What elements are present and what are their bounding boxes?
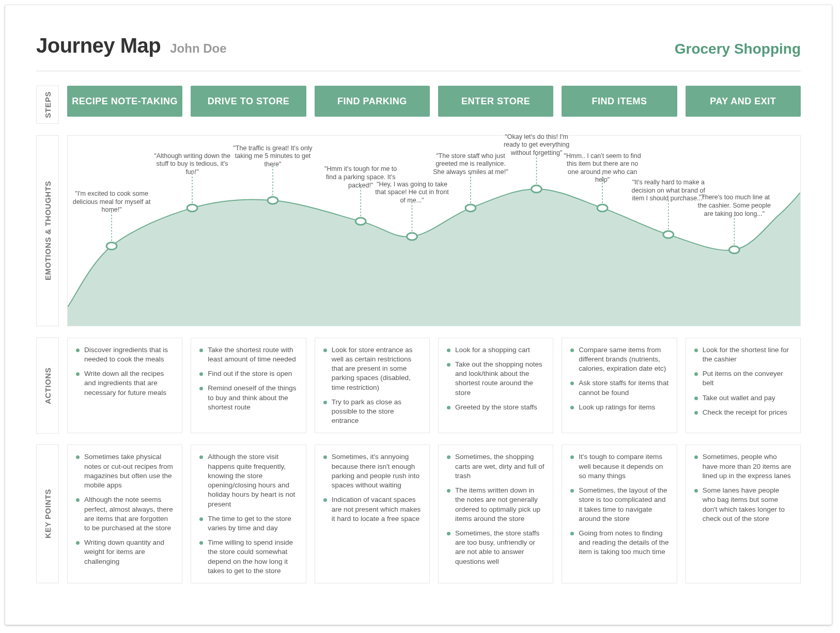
emotion-quote: "The traffic is great! It's only taking … (233, 145, 313, 169)
actions-cell: Look for store entrance as well as certa… (315, 338, 430, 434)
actions-item: Put items on the conveyer belt (694, 369, 793, 388)
actions-item: Remind oneself of the things to buy and … (199, 384, 298, 412)
actions-item: Take the shortest route with least amoun… (199, 345, 298, 364)
steps-row: STEPS RECIPE NOTE-TAKINGDRIVE TO STOREFI… (36, 86, 801, 124)
step-pill: FIND ITEMS (562, 86, 677, 117)
emotion-point (187, 204, 197, 212)
keypoints-item: Sometimes, the shopping carts are wet, d… (447, 452, 546, 481)
page-title: Journey Map (36, 34, 161, 57)
row-label-steps: STEPS (36, 86, 59, 124)
actions-cell: Discover ingredients that is needed to c… (67, 338, 182, 434)
context-label: Grocery Shopping (675, 41, 801, 57)
actions-item: Check the receipt for prices (694, 408, 793, 417)
step-pill: DRIVE TO STORE (191, 86, 306, 117)
persona-name: John Doe (170, 41, 226, 56)
emotion-point (532, 185, 542, 193)
actions-item: Compare same items from different brands… (570, 345, 669, 374)
actions-cell: Look for the shortest line for the cashi… (686, 338, 801, 434)
keypoints-item: Going from notes to finding and reading … (570, 529, 669, 557)
step-pill: FIND PARKING (315, 86, 430, 117)
keypoints-item: Writing down quantity and weight for ite… (76, 538, 175, 566)
actions-item: Look for store entrance as well as certa… (323, 345, 422, 392)
actions-item: Take out wallet and pay (694, 393, 793, 403)
keypoints-item: The time to get to the store varies by t… (199, 514, 298, 533)
keypoints-item: Sometimes, people who have more than 20 … (694, 452, 793, 481)
step-pill: RECIPE NOTE-TAKING (67, 86, 182, 117)
actions-item: Discover ingredients that is needed to c… (76, 345, 175, 364)
actions-item: Look up ratings for items (570, 403, 669, 412)
emotion-point (268, 197, 278, 204)
emotion-quote: "There's too much line at the cashier. S… (694, 194, 774, 218)
actions-item: Find out if the store is open (199, 369, 298, 378)
keypoints-item: Although the note seems perfect, almost … (76, 495, 175, 533)
keypoints-item: Some lanes have people who bag items but… (694, 486, 793, 524)
actions-row: ACTIONS Discover ingredients that is nee… (36, 338, 801, 434)
emotions-chart: "I'm excited to cook some delicious meal… (67, 135, 801, 326)
row-label-emotions: EMOTIONS & THOUGHTS (36, 135, 59, 326)
row-label-keypoints: KEY POINTS (36, 445, 59, 583)
keypoints-item: It's tough to compare items well because… (570, 452, 669, 481)
keypoints-item: Indication of vacant spaces are not pres… (323, 495, 422, 524)
emotions-row: EMOTIONS & THOUGHTS "I'm excited to cook… (36, 135, 801, 326)
step-pill: PAY AND EXIT (686, 86, 801, 117)
emotion-point (663, 231, 674, 238)
keypoints-item: Sometimes take physical notes or cut-out… (76, 452, 175, 490)
actions-item: Write down all the recipes and ingredien… (76, 369, 175, 398)
keypoints-item: Sometimes, the store staffs are too busy… (447, 529, 546, 566)
keypoints-item: The items written down in the notes are … (447, 486, 546, 524)
actions-cell: Compare same items from different brands… (562, 338, 677, 434)
emotion-quote: "Hey, I was going to take that space! He… (372, 181, 452, 205)
actions-item: Take out the shopping notes and look/thi… (447, 360, 546, 398)
keypoints-item: Sometimes, it's annyoing because there i… (323, 452, 422, 490)
actions-item: Look for a shopping cart (447, 345, 546, 355)
emotion-quote: "Although writing down the stuff to buy … (152, 152, 232, 177)
keypoints-item: Time willing to spend inside the store c… (199, 538, 298, 576)
row-label-actions: ACTIONS (36, 338, 59, 434)
keypoints-cell: Sometimes, the shopping carts are wet, d… (438, 445, 553, 583)
emotions-area (68, 189, 800, 326)
header-divider (36, 71, 801, 71)
keypoints-row: KEY POINTS Sometimes take physical notes… (36, 445, 801, 583)
emotion-point (106, 242, 117, 249)
emotion-quote: "I'm excited to cook some delicious meal… (72, 190, 152, 214)
emotion-point (355, 217, 366, 225)
actions-item: Greeted by the store staffs (447, 403, 546, 412)
emotion-point (729, 246, 739, 254)
keypoints-cell: Sometimes, people who have more than 20 … (686, 445, 801, 583)
actions-cell: Look for a shopping cartTake out the sho… (438, 338, 553, 434)
step-pill: ENTER STORE (438, 86, 553, 117)
emotion-point (407, 233, 417, 240)
actions-item: Look for the shortest line for the cashi… (694, 345, 793, 364)
emotion-point (597, 204, 608, 212)
keypoints-cell: Sometimes take physical notes or cut-out… (67, 445, 182, 583)
keypoints-cell: It's tough to compare items well because… (562, 445, 677, 583)
actions-cell: Take the shortest route with least amoun… (191, 338, 306, 434)
keypoints-cell: Although the store visit happens quite f… (191, 445, 306, 583)
actions-item: Ask store staffs for items that cannot b… (570, 378, 669, 397)
keypoints-cell: Sometimes, it's annyoing because there i… (315, 445, 430, 583)
keypoints-item: Sometimes, the layout of the store is to… (570, 486, 669, 524)
keypoints-item: Although the store visit happens quite f… (199, 452, 298, 509)
actions-item: Try to park as close as possible to the … (323, 398, 422, 426)
emotion-point (465, 204, 476, 212)
